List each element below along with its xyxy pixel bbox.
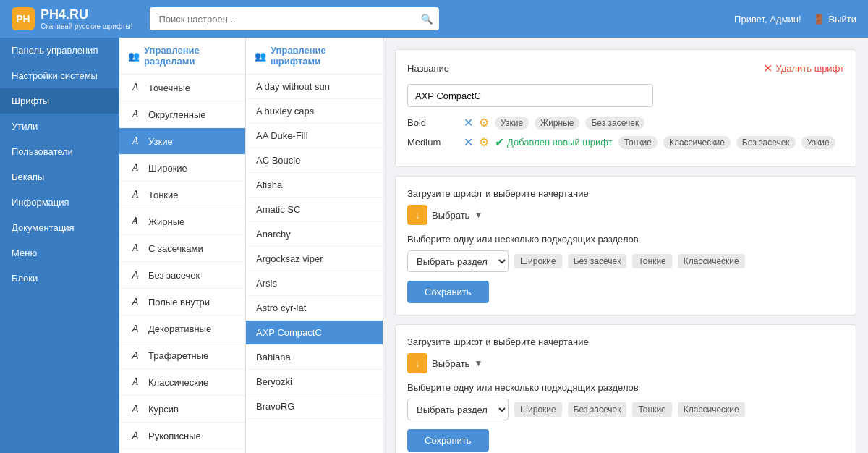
save-button-1[interactable]: Сохранить [407, 281, 489, 303]
search-button[interactable]: 🔍 [421, 14, 433, 25]
logo-subtitle: Скачивай русские шрифты! [41, 22, 132, 30]
section-item-zhirnye[interactable]: A Жирные [119, 208, 245, 235]
fonts-icon: 👥 [255, 51, 266, 62]
sections-header: 👥 Управление разделами [119, 38, 245, 75]
variant-medium-settings-button[interactable]: ⚙ [479, 135, 489, 149]
section-tag-2-2: Тонкие [632, 402, 671, 417]
card-top-row: Название ✕ Удалить шрифт [407, 62, 844, 75]
upload-button-2[interactable]: ↓ Выбрать ▼ [407, 353, 482, 373]
section-icon-tonkie: A [128, 187, 142, 202]
sections-select-section-2: Выберите одну или несколько подходящих р… [407, 382, 844, 420]
sidebar-item-dashboard[interactable]: Панель управления [0, 38, 119, 63]
upload-icon-2: ↓ [407, 353, 427, 373]
search-box: 🔍 [150, 7, 439, 30]
variant-medium-label: Medium [407, 137, 458, 148]
font-item-2[interactable]: AA Duke-Fill [246, 124, 383, 148]
sections-select-section-1: Выберите одну или несколько подходящих р… [407, 234, 844, 272]
sidebar-item-users[interactable]: Пользователи [0, 139, 119, 164]
variant-medium-tag-3: Узкие [801, 136, 835, 149]
font-item-11[interactable]: Bahiana [246, 345, 383, 370]
section-icon-tochechnye: A [128, 80, 142, 95]
sidebar-item-blocks[interactable]: Блоки [0, 266, 119, 291]
variant-bold-tag-1: Жирные [535, 117, 579, 130]
variant-medium-success: ✔ Добавлен новый шрифт [495, 135, 613, 149]
sections-title-1: Выберите одну или несколько подходящих р… [407, 234, 844, 245]
variant-medium-clear-button[interactable]: ✕ [464, 135, 473, 149]
section-tag-1-2: Тонкие [632, 254, 671, 268]
section-item-polye[interactable]: A Полые внутри [119, 289, 245, 316]
section-item-uzkie[interactable]: A Узкие [119, 128, 245, 155]
section-item-klassicheskie[interactable]: A Классические [119, 369, 245, 396]
sections-column: 👥 Управление разделами A Точечные A Окру… [119, 38, 246, 453]
greeting-text: Привет, Админ! [734, 14, 801, 25]
sections-icon: 👥 [128, 51, 140, 62]
section-tag-1-1: Без засечек [568, 254, 627, 268]
fonts-header: 👥 Управление шрифтами [246, 38, 383, 75]
font-item-0[interactable]: A day without sun [246, 75, 383, 99]
upload-section-1: Загрузите шрифт и выберите начертание ↓ … [407, 188, 844, 225]
chevron-down-icon-2: ▼ [474, 358, 482, 368]
variant-bold-clear-button[interactable]: ✕ [464, 116, 473, 130]
sidebar-item-docs[interactable]: Документация [0, 215, 119, 240]
font-item-10[interactable]: AXP CompactC [246, 321, 383, 345]
section-item-natsionalnye[interactable]: A Национальные [119, 449, 245, 453]
section-item-kursiv[interactable]: A Курсив [119, 396, 245, 423]
sidebar-item-info[interactable]: Информация [0, 190, 119, 215]
section-item-tochechnye[interactable]: A Точечные [119, 75, 245, 101]
section-icon-bez-zasechek: A [128, 268, 142, 282]
section-item-bez-zasechek[interactable]: A Без засечек [119, 262, 245, 289]
upload-card-2: Загрузите шрифт и выберите начертание ↓ … [395, 324, 856, 453]
sections-row-1: Выбрать раздел Широкие Без засечек Тонки… [407, 250, 844, 272]
sections-row-2: Выбрать раздел Широкие Без засечек Тонки… [407, 399, 844, 420]
sidebar-item-backups[interactable]: Бекапы [0, 164, 119, 190]
section-select-2[interactable]: Выбрать раздел [407, 399, 509, 420]
section-item-rukopisnye[interactable]: A Рукописные [119, 423, 245, 449]
font-item-12[interactable]: Beryozki [246, 370, 383, 394]
section-select-1[interactable]: Выбрать раздел [407, 250, 509, 272]
sidebar-item-settings[interactable]: Настройки системы [0, 63, 119, 88]
variant-bold-label: Bold [407, 117, 458, 128]
section-item-shirokie[interactable]: A Широкие [119, 155, 245, 182]
upload-title-1: Загрузите шрифт и выберите начертание [407, 188, 844, 199]
upload-card-1: Загрузите шрифт и выберите начертание ↓ … [395, 176, 856, 316]
logout-button[interactable]: 🚪 Выйти [813, 14, 857, 25]
save-button-2[interactable]: Сохранить [407, 429, 489, 452]
upload-button-1[interactable]: ↓ Выбрать ▼ [407, 205, 482, 225]
section-item-tonkie[interactable]: A Тонкие [119, 182, 245, 208]
delete-icon: ✕ [763, 62, 773, 75]
section-item-s-zasechkami[interactable]: A С засечками [119, 235, 245, 262]
variant-medium-tag-2: Без засечек [736, 136, 796, 149]
font-item-7[interactable]: Argocksaz viper [246, 247, 383, 271]
variant-bold-tag-2: Без засечек [585, 117, 644, 130]
section-item-okruglennye[interactable]: A Округленные [119, 101, 245, 128]
main-content: Название ✕ Удалить шрифт Bold ✕ ⚙ Узкие … [383, 38, 868, 453]
sidebar-item-utils[interactable]: Утили [0, 114, 119, 139]
sidebar-item-menu[interactable]: Меню [0, 240, 119, 266]
header-right: Привет, Админ! 🚪 Выйти [734, 14, 856, 25]
sidebar-item-fonts[interactable]: Шрифты [0, 88, 119, 114]
section-item-trafaretnye[interactable]: A Трафаретные [119, 342, 245, 369]
font-item-13[interactable]: BravoRG [246, 394, 383, 419]
delete-font-button[interactable]: ✕ Удалить шрифт [763, 62, 844, 75]
section-icon-klassicheskie: A [128, 375, 142, 389]
check-icon: ✔ [495, 135, 504, 149]
font-item-5[interactable]: Amatic SC [246, 198, 383, 222]
font-item-6[interactable]: Anarchy [246, 222, 383, 247]
font-item-9[interactable]: Astro cyr-lat [246, 296, 383, 321]
font-editor-card: Название ✕ Удалить шрифт Bold ✕ ⚙ Узкие … [395, 49, 856, 167]
font-item-1[interactable]: A huxley caps [246, 99, 383, 124]
section-icon-dekorativnye: A [128, 321, 142, 336]
font-item-8[interactable]: Arsis [246, 271, 383, 296]
font-name-input[interactable] [407, 84, 653, 107]
section-item-dekorativnye[interactable]: A Декоративные [119, 316, 245, 342]
font-item-3[interactable]: AC Boucle [246, 148, 383, 173]
font-item-4[interactable]: Afisha [246, 173, 383, 198]
name-label: Название [407, 63, 449, 74]
chevron-down-icon-1: ▼ [474, 210, 482, 220]
logo: PH4.RU Скачивай русские шрифты! [41, 7, 132, 30]
section-icon-polye: A [128, 295, 142, 309]
variant-bold-settings-button[interactable]: ⚙ [479, 116, 489, 130]
section-icon-shirokie: A [128, 161, 142, 175]
section-icon-kursiv: A [128, 402, 142, 416]
search-input[interactable] [150, 7, 439, 30]
